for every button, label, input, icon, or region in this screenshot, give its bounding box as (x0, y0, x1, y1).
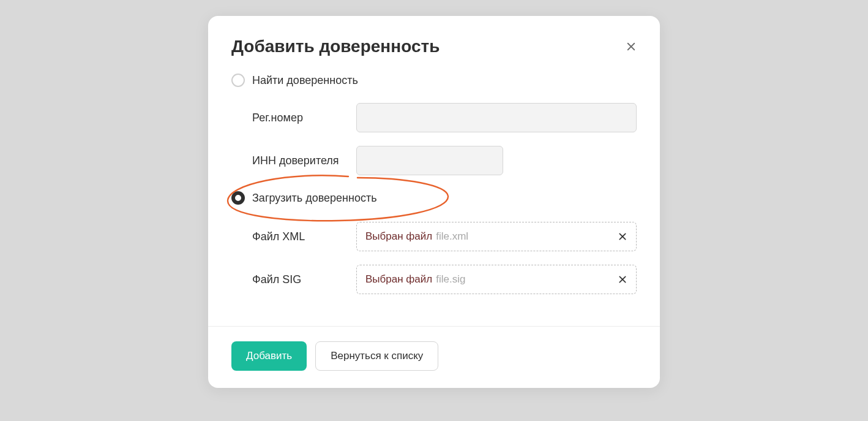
file-sig-prefix: Выбран файл (365, 273, 432, 286)
back-button[interactable]: Вернуться к списку (315, 341, 438, 371)
radio-find[interactable] (231, 74, 245, 87)
file-xml-clear[interactable] (618, 232, 627, 241)
modal-body: Найти доверенность Рег.номер ИНН доверит… (208, 63, 660, 326)
inn-input[interactable] (356, 146, 503, 175)
file-sig-text: Выбран файл file.sig (365, 273, 465, 286)
inn-row: ИНН доверителя (231, 146, 637, 175)
close-button[interactable] (626, 41, 637, 52)
file-xml-label: Файл XML (252, 230, 356, 243)
radio-upload-label: Загрузить доверенность (252, 192, 377, 205)
file-xml-prefix: Выбран файл (365, 230, 432, 243)
submit-button[interactable]: Добавить (231, 341, 307, 371)
file-sig-label: Файл SIG (252, 273, 356, 286)
file-xml-row: Файл XML Выбран файл file.xml (231, 222, 637, 251)
reg-number-input[interactable] (356, 103, 637, 132)
modal-header: Добавить доверенность (208, 16, 660, 63)
reg-number-row: Рег.номер (231, 103, 637, 132)
file-xml-box[interactable]: Выбран файл file.xml (356, 222, 637, 251)
radio-find-label: Найти доверенность (252, 74, 358, 87)
close-icon (618, 232, 627, 241)
inn-label: ИНН доверителя (252, 154, 356, 167)
modal-title: Добавить доверенность (231, 37, 440, 56)
radio-find-row[interactable]: Найти доверенность (231, 74, 637, 87)
file-sig-row: Файл SIG Выбран файл file.sig (231, 265, 637, 294)
close-icon (618, 275, 627, 284)
file-sig-box[interactable]: Выбран файл file.sig (356, 265, 637, 294)
radio-upload-row[interactable]: Загрузить доверенность (231, 191, 637, 205)
add-power-of-attorney-modal: Добавить доверенность Найти доверенность… (208, 16, 660, 388)
reg-number-label: Рег.номер (252, 112, 356, 124)
file-xml-text: Выбран файл file.xml (365, 230, 468, 243)
close-icon (626, 41, 637, 52)
modal-footer: Добавить Вернуться к списку (208, 326, 660, 388)
file-sig-clear[interactable] (618, 275, 627, 284)
radio-upload[interactable] (231, 191, 245, 205)
file-xml-name: file.xml (436, 230, 468, 243)
file-sig-name: file.sig (436, 273, 465, 286)
